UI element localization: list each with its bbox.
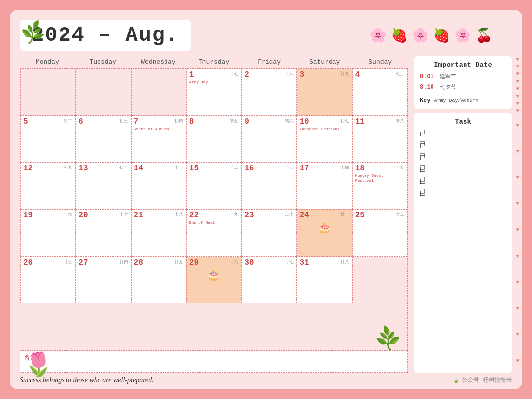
cell-lunar: 十八	[174, 211, 183, 218]
cal-cell: 25廿二	[352, 209, 407, 256]
task-heart-border: ♥♥♥♥♥♥♥♥♥♥	[516, 113, 519, 373]
cell-lunar: 廿七	[230, 71, 238, 77]
cell-number: 4	[355, 71, 360, 79]
fruit-1: 🌸	[369, 27, 387, 44]
cal-cell: 22十九End of Heat	[186, 209, 241, 256]
cal-cell: 24廿一🎂	[297, 209, 352, 256]
cell-lunar: 廿七	[285, 259, 294, 265]
fruit-4: 🍓	[433, 27, 450, 44]
cell-event: Army Day	[189, 80, 238, 85]
cell-event: Hungry Ghost Festival	[355, 173, 404, 183]
cal-cell: 27廿四	[75, 257, 131, 303]
day-header-monday: Monday	[20, 56, 75, 67]
cell-number: 2	[244, 71, 249, 79]
cal-cell	[20, 69, 75, 116]
cell-lunar: 初十	[119, 165, 128, 171]
cell-lunar: 廿一	[340, 211, 349, 218]
brand-icon: 🍃	[452, 376, 460, 384]
cell-number: 18	[355, 165, 365, 172]
cell-number: 11	[355, 118, 365, 126]
day-header-thursday: Thursday	[186, 56, 242, 67]
day-header-wednesday: Wednesday	[131, 56, 186, 67]
title-box: 2024 – Aug.	[20, 20, 191, 51]
cell-event: Start of Autumn	[134, 127, 183, 132]
calendar-grid: 1廿七Army Day2廿八3廿九4七月5初二6初三7初四Start of Au…	[20, 68, 408, 351]
key-value: Army Day/Autumn	[434, 98, 479, 103]
footer-brand: 🍃 公众号 杨树慢慢长	[452, 376, 512, 384]
main-container: 🌿 🍃 🌿 🌷 2024 – Aug. 🌸 🍓 🌸 🍓 🌸 🍒 Monday T…	[10, 10, 522, 389]
calendar-section: Monday Tuesday Wednesday Thursday Friday…	[20, 56, 408, 373]
task-item-3: □	[420, 153, 506, 158]
notes-label: 备注	[24, 355, 36, 362]
task-item-4: □	[420, 165, 506, 170]
cell-number: 3	[299, 71, 304, 79]
cake-icon: 🎂	[299, 221, 349, 234]
cell-lunar: 廿五	[174, 259, 183, 265]
cell-number: 19	[23, 211, 33, 219]
task-checkbox-3[interactable]: □	[420, 153, 425, 158]
cal-cell: 26廿三	[20, 257, 75, 303]
sidebar: Important Date 8.01 建军节 8.10 七夕节 Key Arm…	[414, 56, 512, 373]
cell-number: 7	[134, 118, 139, 126]
cell-lunar: 廿三	[64, 259, 72, 265]
task-checkbox-4[interactable]: □	[420, 165, 425, 170]
cell-number: 9	[244, 118, 249, 126]
cal-cell	[352, 257, 407, 303]
cell-number: 10	[299, 118, 309, 126]
cal-cell: 20十七	[75, 209, 131, 256]
task-title: Task	[420, 118, 506, 126]
cell-lunar: 七月	[396, 71, 404, 77]
cell-number: 25	[355, 211, 365, 219]
cal-cell: 7初四Start of Autumn	[131, 116, 186, 163]
task-checkbox-5[interactable]: □	[420, 177, 425, 182]
cell-number: 26	[23, 259, 33, 266]
cal-cell: 30廿七	[241, 257, 297, 303]
cal-cell: 23二十	[241, 209, 297, 256]
cell-number: 24	[299, 211, 309, 219]
fruit-icons: 🌸 🍓 🌸 🍓 🌸 🍒	[369, 27, 493, 44]
important-item-2: 8.10 七夕节	[420, 83, 506, 91]
cell-lunar: 初二	[64, 118, 72, 124]
cal-cell: 29廿六🎂	[186, 257, 241, 303]
task-checkbox-6[interactable]: □	[420, 189, 425, 194]
cell-number: 20	[78, 211, 88, 219]
cell-number: 16	[244, 165, 254, 172]
key-row: Key Army Day/Autumn	[420, 94, 506, 104]
task-item-2: □	[420, 141, 506, 146]
cell-number: 30	[244, 259, 254, 266]
important-desc-2: 七夕节	[440, 83, 456, 91]
cell-lunar: 十九	[230, 211, 238, 218]
cal-cell: 11初八	[352, 116, 407, 163]
cell-lunar: 十三	[285, 165, 294, 171]
cal-cell: 3廿九	[297, 69, 352, 116]
calendar-title: 2024 – Aug.	[32, 24, 179, 47]
cal-cell: 10初七Tanabata Festival	[297, 116, 352, 163]
cal-cell	[75, 69, 131, 116]
fruit-2: 🍓	[391, 27, 408, 44]
cell-lunar: 初三	[119, 118, 128, 124]
cell-number: 5	[23, 118, 28, 126]
day-header-saturday: Saturday	[297, 56, 353, 67]
important-date-box: Important Date 8.01 建军节 8.10 七夕节 Key Arm…	[414, 56, 512, 109]
cal-cell: 18十五Hungry Ghost Festival	[352, 163, 407, 209]
cell-lunar: 廿八	[285, 71, 294, 77]
fruit-3: 🌸	[412, 27, 429, 44]
cell-lunar: 十一	[174, 165, 183, 171]
cal-cell: 17十四	[297, 163, 352, 209]
fruit-5: 🌸	[454, 27, 471, 44]
cal-cell: 1廿七Army Day	[186, 69, 241, 116]
cell-lunar: 二十	[285, 211, 294, 218]
day-header-tuesday: Tuesday	[75, 56, 131, 67]
cal-cell: 14十一	[131, 163, 186, 209]
cal-cell: 21十八	[131, 209, 186, 256]
cell-lunar: 初八	[396, 118, 404, 124]
cell-number: 8	[189, 118, 194, 126]
cal-cell: 13初十	[75, 163, 131, 209]
task-item-6: □	[420, 189, 506, 194]
task-checkbox-1[interactable]: □	[420, 130, 425, 134]
task-item-5: □	[420, 177, 506, 182]
cal-cell: 15十二	[186, 163, 241, 209]
important-date-title: Important Date	[420, 61, 506, 69]
task-checkbox-2[interactable]: □	[420, 141, 425, 146]
task-item-1: □	[420, 130, 506, 134]
